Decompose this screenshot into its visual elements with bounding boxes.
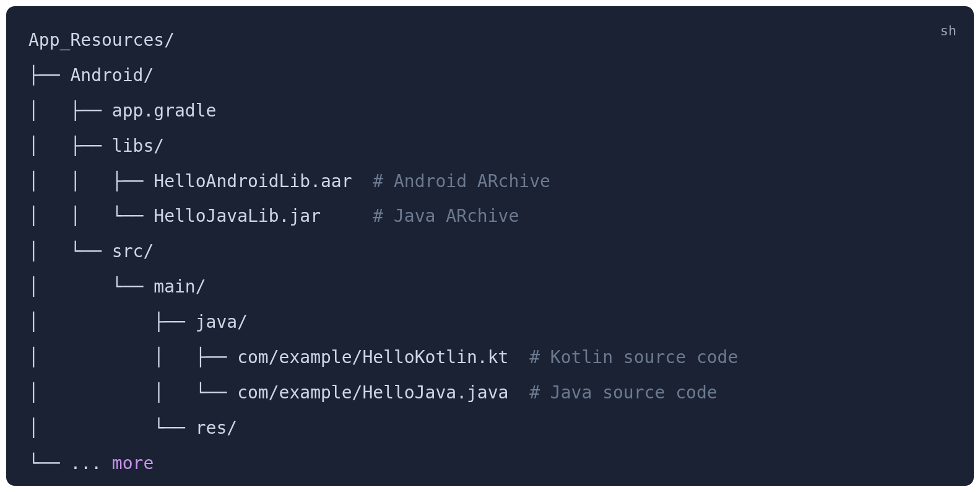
code-text: │ └── res/ <box>28 418 237 438</box>
code-text: │ │ └── com/example/HelloJava.java <box>28 382 529 403</box>
code-text: │ └── src/ <box>28 241 154 261</box>
code-comment: # Java source code <box>529 382 717 403</box>
code-text: │ ├── java/ <box>28 312 248 332</box>
language-badge: sh <box>940 17 957 44</box>
code-text: │ │ └── HelloJavaLib.jar <box>28 206 373 226</box>
code-text: ├── Android/ <box>28 65 154 86</box>
code-block: sh App_Resources/ ├── Android/ │ ├── app… <box>6 6 974 486</box>
code-comment: # Android ARchive <box>373 171 550 191</box>
code-text: │ └── main/ <box>28 276 206 297</box>
code-content: App_Resources/ ├── Android/ │ ├── app.gr… <box>28 24 952 481</box>
code-text: │ │ ├── com/example/HelloKotlin.kt <box>28 347 529 367</box>
code-text: │ │ ├── HelloAndroidLib.aar <box>28 171 373 191</box>
code-comment: # Java ARchive <box>373 206 519 226</box>
code-link[interactable]: more <box>112 453 154 473</box>
code-text: App_Resources/ <box>28 30 175 50</box>
code-text: └── ... <box>28 453 112 473</box>
code-lines: App_Resources/ ├── Android/ │ ├── app.gr… <box>28 30 738 473</box>
code-text: │ ├── libs/ <box>28 136 164 156</box>
code-comment: # Kotlin source code <box>529 347 738 367</box>
code-text: │ ├── app.gradle <box>28 100 216 121</box>
